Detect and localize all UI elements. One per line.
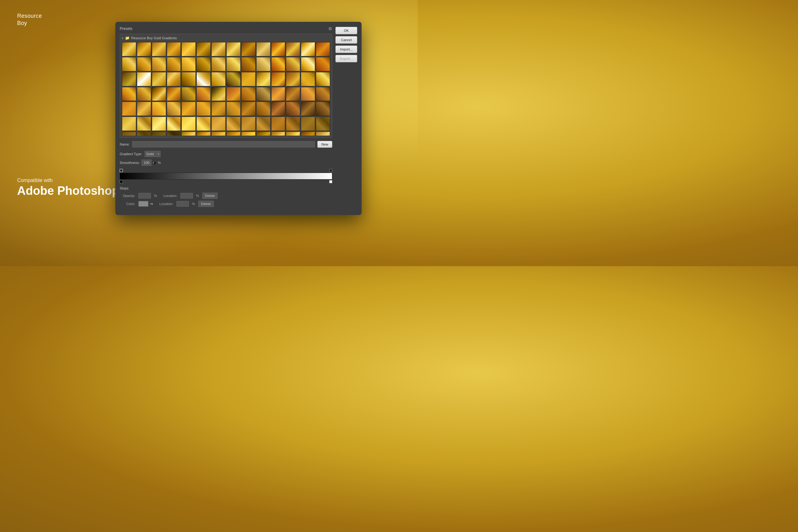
opacity-input[interactable]	[138, 193, 151, 198]
ok-button[interactable]: OK	[336, 27, 357, 34]
gradient-swatch[interactable]	[167, 117, 181, 131]
gradient-swatch[interactable]	[271, 87, 286, 101]
smoothness-input[interactable]	[141, 159, 152, 166]
gradient-swatch[interactable]	[152, 72, 166, 86]
bottom-stop-right[interactable]	[329, 180, 332, 183]
gradient-swatch[interactable]	[316, 101, 330, 116]
gradient-swatch[interactable]	[122, 42, 136, 56]
gradient-swatch[interactable]	[167, 101, 181, 116]
gradient-swatch[interactable]	[182, 117, 196, 131]
gradient-swatch[interactable]	[241, 117, 255, 131]
gradient-swatch[interactable]	[286, 87, 300, 101]
gradient-swatch[interactable]	[286, 117, 300, 131]
gradient-swatch[interactable]	[316, 132, 330, 136]
color-select[interactable]: ▾	[152, 202, 153, 206]
gradient-swatch[interactable]	[226, 57, 241, 71]
gradient-swatch[interactable]	[137, 132, 151, 136]
gradient-swatch[interactable]	[226, 42, 241, 56]
gradient-swatch[interactable]	[241, 132, 255, 136]
gradient-type-select[interactable]: Solid Noise	[145, 151, 160, 157]
color-location-input[interactable]	[176, 201, 189, 207]
gradient-swatch[interactable]	[196, 72, 211, 86]
top-stop-left[interactable]	[120, 169, 123, 172]
gradient-swatch[interactable]	[241, 72, 255, 86]
gradient-swatch[interactable]	[226, 72, 241, 86]
gradient-swatch[interactable]	[241, 57, 255, 71]
gradient-swatch[interactable]	[271, 57, 286, 71]
gradient-swatch[interactable]	[152, 117, 166, 131]
gradient-swatch[interactable]	[286, 57, 300, 71]
gradient-swatch[interactable]	[122, 72, 136, 86]
gradient-swatch[interactable]	[256, 42, 270, 56]
gradient-swatch[interactable]	[301, 101, 315, 116]
gradient-swatch[interactable]	[122, 57, 136, 71]
gradient-swatch[interactable]	[122, 132, 136, 136]
gradient-swatch[interactable]	[167, 42, 181, 56]
top-stop-right[interactable]	[329, 169, 332, 172]
gradient-swatch[interactable]	[316, 87, 330, 101]
gradient-swatch[interactable]	[211, 87, 226, 101]
gradient-swatch[interactable]	[271, 72, 286, 86]
gradient-swatch[interactable]	[137, 117, 151, 131]
gradient-swatch[interactable]	[182, 57, 196, 71]
gradient-swatch[interactable]	[152, 42, 166, 56]
gradient-swatch[interactable]	[196, 42, 211, 56]
gradient-swatch[interactable]	[182, 132, 196, 136]
gradient-swatch[interactable]	[241, 101, 255, 116]
gradient-swatch[interactable]	[211, 72, 226, 86]
gradient-swatch[interactable]	[271, 101, 286, 116]
gradient-swatch[interactable]	[196, 87, 211, 101]
gradient-swatch[interactable]	[226, 101, 241, 116]
color-swatch[interactable]	[138, 201, 148, 207]
gradient-swatch[interactable]	[152, 101, 166, 116]
gradient-swatch[interactable]	[211, 42, 226, 56]
gradient-swatch[interactable]	[211, 57, 226, 71]
export-button[interactable]: Export...	[336, 55, 357, 62]
gradient-swatch[interactable]	[182, 101, 196, 116]
gradient-swatch[interactable]	[122, 101, 136, 116]
color-delete-button[interactable]: Delete	[198, 201, 214, 207]
gradient-swatch[interactable]	[301, 72, 315, 86]
gradient-swatch[interactable]	[167, 132, 181, 136]
gradient-swatch[interactable]	[196, 117, 211, 131]
gradient-swatch[interactable]	[122, 117, 136, 131]
gradient-swatch[interactable]	[241, 87, 255, 101]
import-button[interactable]: Import...	[336, 45, 357, 53]
gradient-swatch[interactable]	[301, 132, 315, 136]
gradient-swatch[interactable]	[256, 57, 270, 71]
gradient-swatch[interactable]	[211, 101, 226, 116]
gradient-swatch[interactable]	[271, 132, 286, 136]
gradient-swatch[interactable]	[226, 117, 241, 131]
gradient-swatch[interactable]	[182, 87, 196, 101]
gradient-swatch[interactable]	[271, 42, 286, 56]
gradient-swatch[interactable]	[301, 42, 315, 56]
gradient-swatch[interactable]	[137, 57, 151, 71]
gradient-swatch[interactable]	[301, 117, 315, 131]
gradient-swatch[interactable]	[301, 87, 315, 101]
gradient-swatch[interactable]	[286, 101, 300, 116]
gradient-swatch[interactable]	[316, 117, 330, 131]
gradient-swatch[interactable]	[256, 117, 270, 131]
gradient-swatch[interactable]	[316, 42, 330, 56]
gradient-swatch[interactable]	[182, 72, 196, 86]
gradient-swatch[interactable]	[137, 101, 151, 116]
gradient-swatch[interactable]	[137, 72, 151, 86]
gradient-swatch[interactable]	[286, 72, 300, 86]
gradient-swatch[interactable]	[167, 72, 181, 86]
gradient-swatch[interactable]	[226, 87, 241, 101]
gradient-swatch[interactable]	[211, 117, 226, 131]
gradient-swatch[interactable]	[152, 87, 166, 101]
gradient-swatch[interactable]	[196, 101, 211, 116]
gradient-swatch[interactable]	[122, 87, 136, 101]
gradient-swatch[interactable]	[196, 57, 211, 71]
smoothness-stepper[interactable]: ▾	[153, 160, 156, 166]
gradient-swatch[interactable]	[196, 132, 211, 136]
gradient-swatch[interactable]	[137, 42, 151, 56]
gradient-swatch[interactable]	[241, 42, 255, 56]
gradient-swatch[interactable]	[256, 101, 270, 116]
gradient-swatch[interactable]	[286, 132, 300, 136]
opacity-delete-button[interactable]: Delete	[202, 193, 218, 199]
gradient-swatch[interactable]	[286, 42, 300, 56]
gradient-swatch[interactable]	[301, 57, 315, 71]
opacity-location-input[interactable]	[180, 193, 193, 198]
